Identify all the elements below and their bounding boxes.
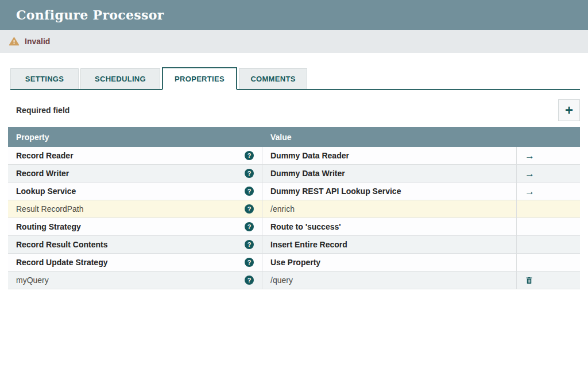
- property-name-cell: Record Update Strategy ?: [8, 254, 262, 271]
- validation-status-bar: Invalid: [0, 30, 588, 53]
- property-value-cell[interactable]: Use Property: [262, 254, 517, 271]
- properties-table: Property Value Record Reader ? Dummy Dat…: [8, 127, 580, 289]
- table-row: Lookup Service ? Dummy REST API Lookup S…: [8, 183, 580, 200]
- column-header-value: Value: [262, 133, 517, 142]
- property-name-cell: Routing Strategy ?: [8, 218, 262, 235]
- property-name: Record Result Contents: [16, 240, 107, 249]
- action-cell: →: [517, 236, 580, 253]
- property-value-cell[interactable]: /enrich: [262, 200, 517, 218]
- warning-triangle-icon: [9, 36, 20, 47]
- table-row: Result RecordPath ? /enrich →: [8, 200, 580, 218]
- help-icon[interactable]: ?: [245, 258, 254, 267]
- plus-icon: +: [565, 103, 573, 117]
- required-field-label: Required field: [8, 106, 69, 115]
- help-icon[interactable]: ?: [245, 187, 254, 196]
- properties-table-header: Property Value: [8, 127, 580, 147]
- properties-toolbar: Required field +: [8, 99, 580, 121]
- property-name: Result RecordPath: [16, 204, 84, 214]
- property-name-cell: myQuery ?: [8, 272, 262, 289]
- tab-settings[interactable]: SETTINGS: [10, 68, 79, 89]
- tab-comments[interactable]: COMMENTS: [239, 68, 307, 89]
- property-name: Record Reader: [16, 151, 74, 160]
- property-value: /query: [270, 276, 293, 285]
- property-value: Dummy Data Reader: [270, 151, 349, 160]
- help-icon[interactable]: ?: [245, 169, 254, 178]
- property-name-cell: Record Reader ?: [8, 147, 262, 164]
- action-cell: →: [517, 200, 580, 218]
- action-cell: →: [517, 218, 580, 235]
- property-name: Record Update Strategy: [16, 258, 107, 267]
- action-cell: →: [517, 183, 580, 200]
- property-value-cell[interactable]: /query: [262, 272, 517, 289]
- property-value: Dummy Data Writer: [270, 169, 345, 178]
- property-value-cell[interactable]: Route to 'success': [262, 218, 517, 235]
- property-name: Record Writer: [16, 169, 69, 178]
- help-icon[interactable]: ?: [245, 240, 254, 249]
- help-icon[interactable]: ?: [245, 151, 254, 160]
- property-value-cell[interactable]: Dummy Data Writer: [262, 165, 517, 182]
- table-row: myQuery ? /query →: [8, 272, 580, 289]
- property-value: Route to 'success': [270, 222, 341, 231]
- dialog-title: Configure Processor: [16, 7, 164, 22]
- action-cell: →: [517, 272, 580, 289]
- go-to-service-icon[interactable]: →: [525, 151, 535, 161]
- tab-bar: SETTINGS SCHEDULING PROPERTIES COMMENTS: [10, 67, 580, 90]
- tab-scheduling[interactable]: SCHEDULING: [80, 68, 160, 89]
- property-name-cell: Result RecordPath ?: [8, 200, 262, 218]
- property-name: myQuery: [16, 276, 49, 285]
- action-cell: →: [517, 254, 580, 271]
- column-header-property: Property: [8, 133, 262, 142]
- delete-property-icon[interactable]: [525, 276, 533, 285]
- help-icon[interactable]: ?: [245, 204, 254, 214]
- validation-status-label: Invalid: [25, 37, 50, 46]
- table-row: Routing Strategy ? Route to 'success' →: [8, 218, 580, 236]
- property-value-cell[interactable]: Dummy Data Reader: [262, 147, 517, 164]
- table-row: Record Reader ? Dummy Data Reader →: [8, 147, 580, 165]
- add-property-button[interactable]: +: [558, 99, 580, 121]
- table-row: Record Result Contents ? Insert Entire R…: [8, 236, 580, 254]
- action-cell: →: [517, 147, 580, 164]
- property-value: /enrich: [270, 204, 295, 214]
- table-row: Record Update Strategy ? Use Property →: [8, 254, 580, 272]
- property-name-cell: Lookup Service ?: [8, 183, 262, 200]
- property-value: Insert Entire Record: [270, 240, 347, 249]
- property-name: Routing Strategy: [16, 222, 81, 231]
- help-icon[interactable]: ?: [245, 276, 254, 285]
- table-row: Record Writer ? Dummy Data Writer →: [8, 165, 580, 183]
- go-to-service-icon[interactable]: →: [525, 187, 535, 196]
- help-icon[interactable]: ?: [245, 222, 254, 231]
- property-name-cell: Record Result Contents ?: [8, 236, 262, 253]
- property-value: Dummy REST API Lookup Service: [270, 187, 401, 196]
- property-value-cell[interactable]: Dummy REST API Lookup Service: [262, 183, 517, 200]
- property-value-cell[interactable]: Insert Entire Record: [262, 236, 517, 253]
- tab-properties[interactable]: PROPERTIES: [162, 67, 237, 90]
- property-value: Use Property: [270, 258, 320, 267]
- property-name-cell: Record Writer ?: [8, 165, 262, 182]
- go-to-service-icon[interactable]: →: [525, 169, 535, 179]
- action-cell: →: [517, 165, 580, 182]
- property-name: Lookup Service: [16, 187, 76, 196]
- dialog-header: Configure Processor: [0, 0, 588, 30]
- property-table-body: Record Reader ? Dummy Data Reader → Reco…: [8, 147, 580, 289]
